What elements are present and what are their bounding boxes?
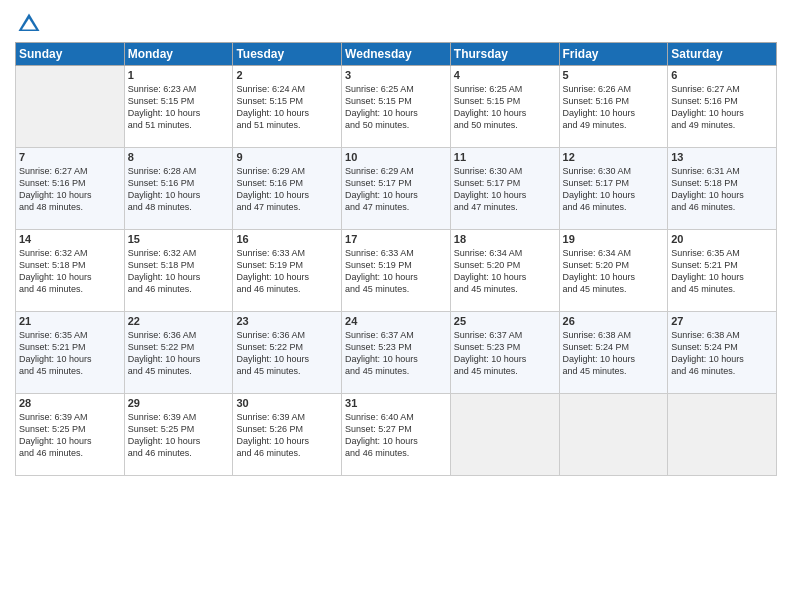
page: SundayMondayTuesdayWednesdayThursdayFrid… [0,0,792,612]
day-cell: 5Sunrise: 6:26 AM Sunset: 5:16 PM Daylig… [559,66,668,148]
day-info: Sunrise: 6:38 AM Sunset: 5:24 PM Dayligh… [671,329,773,378]
day-cell: 20Sunrise: 6:35 AM Sunset: 5:21 PM Dayli… [668,230,777,312]
day-info: Sunrise: 6:39 AM Sunset: 5:25 PM Dayligh… [128,411,230,460]
header [15,10,777,38]
day-info: Sunrise: 6:34 AM Sunset: 5:20 PM Dayligh… [454,247,556,296]
day-info: Sunrise: 6:39 AM Sunset: 5:26 PM Dayligh… [236,411,338,460]
day-info: Sunrise: 6:35 AM Sunset: 5:21 PM Dayligh… [19,329,121,378]
day-info: Sunrise: 6:25 AM Sunset: 5:15 PM Dayligh… [454,83,556,132]
day-number: 20 [671,233,773,245]
day-cell: 10Sunrise: 6:29 AM Sunset: 5:17 PM Dayli… [342,148,451,230]
day-info: Sunrise: 6:38 AM Sunset: 5:24 PM Dayligh… [563,329,665,378]
day-number: 8 [128,151,230,163]
header-row: SundayMondayTuesdayWednesdayThursdayFrid… [16,43,777,66]
week-row-2: 7Sunrise: 6:27 AM Sunset: 5:16 PM Daylig… [16,148,777,230]
day-number: 14 [19,233,121,245]
day-info: Sunrise: 6:27 AM Sunset: 5:16 PM Dayligh… [671,83,773,132]
day-cell: 23Sunrise: 6:36 AM Sunset: 5:22 PM Dayli… [233,312,342,394]
day-number: 16 [236,233,338,245]
week-row-3: 14Sunrise: 6:32 AM Sunset: 5:18 PM Dayli… [16,230,777,312]
week-row-4: 21Sunrise: 6:35 AM Sunset: 5:21 PM Dayli… [16,312,777,394]
day-info: Sunrise: 6:37 AM Sunset: 5:23 PM Dayligh… [454,329,556,378]
day-cell [559,394,668,476]
day-cell: 11Sunrise: 6:30 AM Sunset: 5:17 PM Dayli… [450,148,559,230]
day-number: 22 [128,315,230,327]
header-cell-thursday: Thursday [450,43,559,66]
header-cell-monday: Monday [124,43,233,66]
day-cell [668,394,777,476]
header-cell-friday: Friday [559,43,668,66]
day-number: 27 [671,315,773,327]
day-number: 11 [454,151,556,163]
day-info: Sunrise: 6:29 AM Sunset: 5:16 PM Dayligh… [236,165,338,214]
day-number: 29 [128,397,230,409]
day-info: Sunrise: 6:24 AM Sunset: 5:15 PM Dayligh… [236,83,338,132]
logo-icon [15,10,43,38]
header-cell-wednesday: Wednesday [342,43,451,66]
day-number: 17 [345,233,447,245]
day-info: Sunrise: 6:32 AM Sunset: 5:18 PM Dayligh… [128,247,230,296]
day-cell: 14Sunrise: 6:32 AM Sunset: 5:18 PM Dayli… [16,230,125,312]
logo [15,10,47,38]
day-cell: 16Sunrise: 6:33 AM Sunset: 5:19 PM Dayli… [233,230,342,312]
day-info: Sunrise: 6:34 AM Sunset: 5:20 PM Dayligh… [563,247,665,296]
day-cell: 3Sunrise: 6:25 AM Sunset: 5:15 PM Daylig… [342,66,451,148]
day-info: Sunrise: 6:30 AM Sunset: 5:17 PM Dayligh… [563,165,665,214]
day-number: 28 [19,397,121,409]
day-cell [450,394,559,476]
day-cell: 2Sunrise: 6:24 AM Sunset: 5:15 PM Daylig… [233,66,342,148]
day-info: Sunrise: 6:29 AM Sunset: 5:17 PM Dayligh… [345,165,447,214]
day-number: 9 [236,151,338,163]
day-number: 12 [563,151,665,163]
header-cell-tuesday: Tuesday [233,43,342,66]
day-number: 24 [345,315,447,327]
day-cell: 22Sunrise: 6:36 AM Sunset: 5:22 PM Dayli… [124,312,233,394]
day-cell: 19Sunrise: 6:34 AM Sunset: 5:20 PM Dayli… [559,230,668,312]
week-row-1: 1Sunrise: 6:23 AM Sunset: 5:15 PM Daylig… [16,66,777,148]
day-cell: 15Sunrise: 6:32 AM Sunset: 5:18 PM Dayli… [124,230,233,312]
day-cell: 7Sunrise: 6:27 AM Sunset: 5:16 PM Daylig… [16,148,125,230]
day-info: Sunrise: 6:33 AM Sunset: 5:19 PM Dayligh… [345,247,447,296]
day-number: 15 [128,233,230,245]
day-cell: 31Sunrise: 6:40 AM Sunset: 5:27 PM Dayli… [342,394,451,476]
day-number: 10 [345,151,447,163]
day-number: 23 [236,315,338,327]
day-cell: 4Sunrise: 6:25 AM Sunset: 5:15 PM Daylig… [450,66,559,148]
day-cell: 26Sunrise: 6:38 AM Sunset: 5:24 PM Dayli… [559,312,668,394]
day-cell: 25Sunrise: 6:37 AM Sunset: 5:23 PM Dayli… [450,312,559,394]
day-number: 2 [236,69,338,81]
day-info: Sunrise: 6:36 AM Sunset: 5:22 PM Dayligh… [236,329,338,378]
day-cell: 1Sunrise: 6:23 AM Sunset: 5:15 PM Daylig… [124,66,233,148]
day-cell: 9Sunrise: 6:29 AM Sunset: 5:16 PM Daylig… [233,148,342,230]
week-row-5: 28Sunrise: 6:39 AM Sunset: 5:25 PM Dayli… [16,394,777,476]
day-number: 26 [563,315,665,327]
calendar-table: SundayMondayTuesdayWednesdayThursdayFrid… [15,42,777,476]
day-info: Sunrise: 6:28 AM Sunset: 5:16 PM Dayligh… [128,165,230,214]
day-number: 6 [671,69,773,81]
day-cell: 8Sunrise: 6:28 AM Sunset: 5:16 PM Daylig… [124,148,233,230]
day-number: 31 [345,397,447,409]
day-cell: 30Sunrise: 6:39 AM Sunset: 5:26 PM Dayli… [233,394,342,476]
day-cell: 21Sunrise: 6:35 AM Sunset: 5:21 PM Dayli… [16,312,125,394]
day-cell: 29Sunrise: 6:39 AM Sunset: 5:25 PM Dayli… [124,394,233,476]
day-cell: 13Sunrise: 6:31 AM Sunset: 5:18 PM Dayli… [668,148,777,230]
day-number: 13 [671,151,773,163]
calendar-header: SundayMondayTuesdayWednesdayThursdayFrid… [16,43,777,66]
day-cell: 27Sunrise: 6:38 AM Sunset: 5:24 PM Dayli… [668,312,777,394]
day-number: 5 [563,69,665,81]
day-number: 25 [454,315,556,327]
day-number: 3 [345,69,447,81]
day-number: 30 [236,397,338,409]
day-info: Sunrise: 6:36 AM Sunset: 5:22 PM Dayligh… [128,329,230,378]
day-info: Sunrise: 6:31 AM Sunset: 5:18 PM Dayligh… [671,165,773,214]
day-number: 4 [454,69,556,81]
day-cell [16,66,125,148]
header-cell-sunday: Sunday [16,43,125,66]
day-info: Sunrise: 6:25 AM Sunset: 5:15 PM Dayligh… [345,83,447,132]
day-info: Sunrise: 6:40 AM Sunset: 5:27 PM Dayligh… [345,411,447,460]
day-cell: 12Sunrise: 6:30 AM Sunset: 5:17 PM Dayli… [559,148,668,230]
calendar-body: 1Sunrise: 6:23 AM Sunset: 5:15 PM Daylig… [16,66,777,476]
day-cell: 6Sunrise: 6:27 AM Sunset: 5:16 PM Daylig… [668,66,777,148]
day-info: Sunrise: 6:26 AM Sunset: 5:16 PM Dayligh… [563,83,665,132]
header-cell-saturday: Saturday [668,43,777,66]
